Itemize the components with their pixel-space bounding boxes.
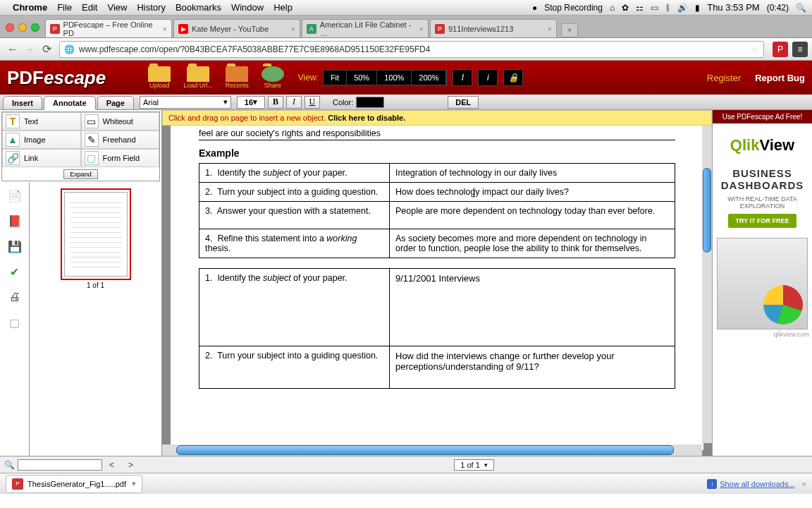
search-input[interactable] xyxy=(18,459,102,471)
print-icon[interactable]: 🖨 xyxy=(6,289,23,306)
ad-free-link[interactable]: Use PDFescape Ad Free! xyxy=(713,110,812,123)
close-tab-icon[interactable]: × xyxy=(163,25,167,33)
tool-whiteout[interactable]: ▭Whiteout xyxy=(81,112,160,131)
color-label: Color: xyxy=(333,98,353,107)
pdf-favicon-icon: P xyxy=(435,24,445,34)
stop-recording[interactable]: Stop Recording xyxy=(544,3,603,13)
text-cursor-icon[interactable]: I xyxy=(453,69,472,86)
save-icon[interactable]: 💾 xyxy=(6,238,23,255)
battery-icon[interactable]: ▮ xyxy=(695,3,700,13)
delete-page-icon[interactable]: 📕 xyxy=(6,212,23,229)
menu-history[interactable]: History xyxy=(137,2,165,13)
bookmark-star-icon[interactable]: ☆ xyxy=(751,44,759,54)
status-icon[interactable]: ✿ xyxy=(622,3,629,13)
minimize-window-icon[interactable] xyxy=(18,23,27,32)
lock-icon[interactable]: 🔒 xyxy=(503,69,523,86)
record-icon[interactable]: ● xyxy=(532,3,537,13)
url-bar[interactable]: 🌐 www.pdfescape.com/open/?0B43BCEA7FA503… xyxy=(59,41,764,58)
disable-hint-link[interactable]: Click here to disable. xyxy=(328,114,405,122)
bluetooth-icon[interactable]: ᛒ xyxy=(665,3,670,13)
pages-icon[interactable]: 📄 xyxy=(6,187,23,204)
pinterest-ext-icon[interactable]: P xyxy=(773,42,788,57)
tool-text[interactable]: TText xyxy=(2,112,81,131)
expand-button[interactable]: Expand xyxy=(63,169,98,179)
page-indicator[interactable]: 1 of 1 xyxy=(454,459,494,471)
zoom-100-button[interactable]: 100% xyxy=(377,71,412,85)
check-icon[interactable]: ✔ xyxy=(6,263,23,280)
spotlight-icon[interactable]: 🔍 xyxy=(796,3,806,13)
font-select[interactable]: Arial xyxy=(140,96,231,109)
vertical-scrollbar[interactable] xyxy=(702,126,712,443)
display-icon[interactable]: ▭ xyxy=(651,3,658,13)
tab-page[interactable]: Page xyxy=(97,96,134,110)
forward-button[interactable]: → xyxy=(21,43,38,56)
canvas-area: Click and drag on page to insert a new o… xyxy=(162,110,712,456)
wifi-icon[interactable]: ⚏ xyxy=(636,3,644,13)
menu-window[interactable]: Window xyxy=(231,2,264,13)
info-icon[interactable]: i xyxy=(478,69,498,86)
zoom-fit-button[interactable]: Fit xyxy=(324,71,347,85)
app-name[interactable]: Chrome xyxy=(13,2,47,13)
register-link[interactable]: Register xyxy=(707,73,741,83)
underline-button[interactable]: U xyxy=(304,96,320,109)
recents-button[interactable]: Recents xyxy=(226,66,249,89)
next-page-button[interactable]: > xyxy=(128,460,133,470)
pdf-page[interactable]: feel are our society's rights and respon… xyxy=(171,126,703,450)
tab-911interviews[interactable]: P911Interviews1213× xyxy=(430,19,557,37)
clock[interactable]: Thu 3:53 PM xyxy=(707,2,759,13)
close-tab-icon[interactable]: × xyxy=(548,25,552,33)
close-tab-icon[interactable]: × xyxy=(291,25,295,33)
tool-image[interactable]: ▲Image xyxy=(2,131,81,149)
page-thumbnail[interactable] xyxy=(61,188,131,280)
horizontal-scrollbar[interactable] xyxy=(162,445,702,456)
tool-palette: TText ▭Whiteout ▲Image ✎Freehand 🔗Link ▢… xyxy=(1,111,160,181)
tool-freehand[interactable]: ✎Freehand xyxy=(81,131,160,149)
reload-button[interactable]: ⟳ xyxy=(38,42,55,56)
show-all-downloads-link[interactable]: Show all downloads... xyxy=(720,480,794,488)
pdfescape-logo[interactable]: PDFescape xyxy=(7,67,106,89)
share-button[interactable]: Share xyxy=(262,66,284,89)
user-answer-1[interactable]: 9/11/2001 Interviews xyxy=(390,269,675,346)
status-icon[interactable]: ⌂ xyxy=(610,3,615,13)
italic-button[interactable]: I xyxy=(286,96,302,109)
example-heading: Example xyxy=(199,147,675,159)
menu-file[interactable]: File xyxy=(57,2,72,13)
bold-button[interactable]: B xyxy=(268,96,283,109)
ad-cta-button[interactable]: TRY IT FOR FREE xyxy=(728,214,796,228)
tool-formfield[interactable]: ▢Form Field xyxy=(81,149,160,167)
load-url-button[interactable]: Load Url... xyxy=(183,66,213,89)
battery-time: (0:42) xyxy=(767,3,789,13)
menu-edit[interactable]: Edit xyxy=(82,2,97,13)
close-download-bar-icon[interactable]: × xyxy=(802,480,806,488)
zoom-controls: Fit 50% 100% 200% xyxy=(323,70,448,85)
menu-bookmarks[interactable]: Bookmarks xyxy=(176,2,221,13)
tab-annotate[interactable]: Annotate xyxy=(44,96,96,110)
color-swatch[interactable] xyxy=(356,97,384,108)
doc-text: feel are our society's rights and respon… xyxy=(199,128,675,140)
zoom-200-button[interactable]: 200% xyxy=(412,71,446,85)
menu-view[interactable]: View xyxy=(107,2,127,13)
close-window-icon[interactable] xyxy=(6,23,14,32)
tool-link[interactable]: 🔗Link xyxy=(2,149,81,167)
tab-pdfescape[interactable]: PPDFescape – Free Online PD× xyxy=(45,19,172,37)
zoom-window-icon[interactable] xyxy=(31,23,39,32)
font-size-select[interactable]: 16 ▾ xyxy=(237,96,265,109)
tab-youtube[interactable]: ▶Kate Meyer - YouTube× xyxy=(173,19,300,37)
zoom-50-button[interactable]: 50% xyxy=(347,71,377,85)
back-button[interactable]: ← xyxy=(4,43,21,56)
tab-insert[interactable]: Insert xyxy=(3,96,42,110)
prev-page-button[interactable]: < xyxy=(109,460,114,470)
user-answer-2[interactable]: How did the interviews change or further… xyxy=(390,346,675,389)
close-tab-icon[interactable]: × xyxy=(419,25,424,33)
tab-americanlit[interactable]: AAmerican Lit File Cabinet - …× xyxy=(302,19,429,37)
download-item[interactable]: P ThesisGenerator_Fig1.....pdf xyxy=(6,475,142,493)
upload-button[interactable]: Upload xyxy=(148,66,171,89)
menu-icon[interactable]: ≡ xyxy=(792,42,808,57)
new-tab-button[interactable]: + xyxy=(561,23,578,37)
report-bug-link[interactable]: Report Bug xyxy=(755,73,805,83)
delete-button[interactable]: DEL xyxy=(448,96,479,109)
menu-help[interactable]: Help xyxy=(273,2,293,13)
blank-icon[interactable]: ▢ xyxy=(6,314,23,331)
volume-icon[interactable]: 🔊 xyxy=(677,3,688,13)
ad-logo[interactable]: QlikView xyxy=(713,123,812,167)
